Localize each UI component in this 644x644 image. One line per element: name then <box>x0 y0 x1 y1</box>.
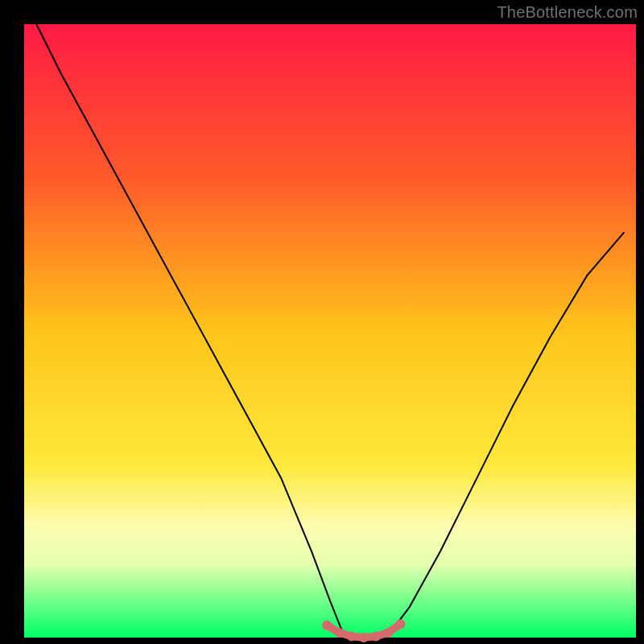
optimal-band-dot <box>383 628 393 638</box>
optimal-band-dot <box>347 632 357 642</box>
optimal-band-dot <box>359 633 369 642</box>
watermark-text: TheBottleneck.com <box>497 3 638 22</box>
chart-svg <box>0 0 644 644</box>
optimal-band-dot <box>371 632 381 642</box>
optimal-band-dot <box>322 621 332 630</box>
optimal-band-dot <box>395 619 405 629</box>
chart-frame: TheBottleneck.com <box>0 0 644 644</box>
plot-area <box>24 24 636 638</box>
optimal-band-dot <box>334 628 344 638</box>
